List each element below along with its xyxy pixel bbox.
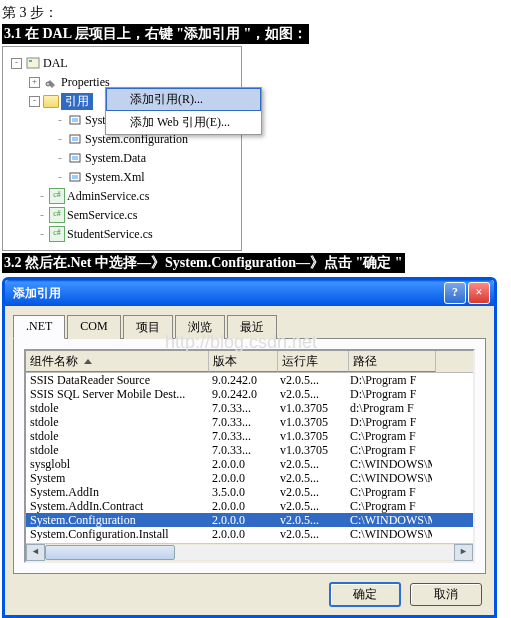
cs-file-icon: c# <box>49 188 65 204</box>
collapse-icon[interactable]: - <box>11 58 22 69</box>
tab-project[interactable]: 项目 <box>123 315 173 339</box>
cell-version: 2.0.0.0 <box>208 457 276 472</box>
svg-point-2 <box>46 82 50 86</box>
tree-ref-item[interactable]: -System.Xml <box>7 168 237 186</box>
cell-runtime: v1.0.3705 <box>276 415 346 430</box>
cell-version: 9.0.242.0 <box>208 387 276 402</box>
cell-path: D:\Program F <box>346 415 432 430</box>
dialog-titlebar[interactable]: 添加引用 ? × <box>5 280 494 306</box>
cell-version: 2.0.0.0 <box>208 527 276 542</box>
step-3-1: 3.1 在 DAL 层项目上，右键 "添加引用 "，如图： <box>2 24 511 44</box>
project-icon <box>25 55 41 71</box>
scroll-thumb[interactable] <box>45 545 175 560</box>
collapse-icon[interactable]: - <box>29 96 40 107</box>
dialog-buttons: 确定 取消 <box>13 574 486 607</box>
horizontal-scrollbar[interactable]: ◄ ► <box>26 543 473 561</box>
list-row[interactable]: System.AddIn.Contract 2.0.0.0 v2.0.5... … <box>26 499 473 513</box>
list-row[interactable]: System.Configuration 2.0.0.0 v2.0.5... C… <box>26 513 473 527</box>
menu-add-reference[interactable]: 添加引用(R)... <box>106 88 261 111</box>
col-path[interactable]: 路径 <box>349 351 436 372</box>
svg-rect-1 <box>29 60 32 62</box>
list-row[interactable]: System.Core 3.5.0.0 v2.0.5... C:\Program… <box>26 541 473 543</box>
cancel-button[interactable]: 取消 <box>410 583 482 606</box>
list-row[interactable]: SSIS DataReader Source 9.0.242.0 v2.0.5.… <box>26 373 473 387</box>
list-row[interactable]: System.Configuration.Install 2.0.0.0 v2.… <box>26 527 473 541</box>
tab-recent[interactable]: 最近 <box>227 315 277 339</box>
step-3-1-text: 3.1 在 DAL 层项目上，右键 "添加引用 "，如图： <box>2 24 309 44</box>
ok-button[interactable]: 确定 <box>329 582 401 607</box>
expand-icon[interactable]: + <box>29 77 40 88</box>
cell-name: System.Configuration <box>26 513 208 528</box>
svg-rect-10 <box>72 175 78 179</box>
cell-name: SSIS DataReader Source <box>26 373 208 388</box>
cell-path: C:\Program F <box>346 443 432 458</box>
cell-path: D:\Program F <box>346 387 432 402</box>
wrench-icon <box>43 74 59 90</box>
list-row[interactable]: System.AddIn 3.5.0.0 v2.0.5... C:\Progra… <box>26 485 473 499</box>
scroll-track[interactable] <box>45 545 454 560</box>
cell-name: System.AddIn <box>26 485 208 500</box>
close-button[interactable]: × <box>468 282 490 304</box>
cell-version: 2.0.0.0 <box>208 499 276 514</box>
cell-runtime: v2.0.5... <box>276 485 346 500</box>
help-button[interactable]: ? <box>444 282 466 304</box>
tree-ref-item[interactable]: -System.Data <box>7 149 237 167</box>
cell-runtime: v2.0.5... <box>276 499 346 514</box>
list-row[interactable]: System 2.0.0.0 v2.0.5... C:\WINDOWS\M <box>26 471 473 485</box>
cs-file-icon: c# <box>49 226 65 242</box>
context-menu: 添加引用(R)... 添加 Web 引用(E)... <box>105 87 262 135</box>
list-row[interactable]: stdole 7.0.33... v1.0.3705 d:\Program F <box>26 401 473 415</box>
cell-runtime: v2.0.5... <box>276 527 346 542</box>
menu-add-web-reference[interactable]: 添加 Web 引用(E)... <box>106 111 261 134</box>
tab-net[interactable]: .NET <box>13 315 65 339</box>
component-list: 组件名称 版本 运行库 路径 SSIS DataReader Source 9.… <box>24 349 475 563</box>
tree-label: Properties <box>61 75 110 90</box>
cell-runtime: v2.0.5... <box>276 471 346 486</box>
scroll-left-button[interactable]: ◄ <box>26 544 45 561</box>
tab-browse[interactable]: 浏览 <box>175 315 225 339</box>
sort-arrow-icon <box>84 359 92 364</box>
cell-runtime: v2.0.5... <box>276 457 346 472</box>
col-name[interactable]: 组件名称 <box>26 351 209 372</box>
cell-name: stdole <box>26 443 208 458</box>
reference-icon <box>67 150 83 166</box>
col-version[interactable]: 版本 <box>209 351 278 372</box>
col-runtime[interactable]: 运行库 <box>278 351 349 372</box>
cell-version: 3.5.0.0 <box>208 541 276 544</box>
cell-version: 7.0.33... <box>208 429 276 444</box>
cell-version: 9.0.242.0 <box>208 373 276 388</box>
tree-root[interactable]: - DAL <box>7 54 237 72</box>
scroll-right-button[interactable]: ► <box>454 544 473 561</box>
tree-file-item[interactable]: -c#SemService.cs <box>7 206 237 224</box>
list-row[interactable]: stdole 7.0.33... v1.0.3705 C:\Program F <box>26 429 473 443</box>
tree-label-selected: 引用 <box>61 93 93 110</box>
list-row[interactable]: sysglobl 2.0.0.0 v2.0.5... C:\WINDOWS\M <box>26 457 473 471</box>
tab-com[interactable]: COM <box>67 315 120 339</box>
cell-path: C:\Program F <box>346 499 432 514</box>
cell-name: System <box>26 471 208 486</box>
list-body[interactable]: SSIS DataReader Source 9.0.242.0 v2.0.5.… <box>26 373 473 543</box>
tree-file-item[interactable]: -c#AdminService.cs <box>7 187 237 205</box>
svg-rect-4 <box>72 118 78 122</box>
cell-runtime: v2.0.5... <box>276 387 346 402</box>
cell-name: stdole <box>26 415 208 430</box>
cell-version: 7.0.33... <box>208 415 276 430</box>
tree-label: StudentService.cs <box>67 227 153 242</box>
list-row[interactable]: SSIS SQL Server Mobile Dest... 9.0.242.0… <box>26 387 473 401</box>
list-header: 组件名称 版本 运行库 路径 <box>26 351 473 373</box>
list-row[interactable]: stdole 7.0.33... v1.0.3705 D:\Program F <box>26 415 473 429</box>
add-reference-dialog: 添加引用 ? × .NET COM 项目 浏览 最近 http://blog.c… <box>2 277 497 618</box>
cell-version: 2.0.0.0 <box>208 513 276 528</box>
cell-name: stdole <box>26 401 208 416</box>
cell-name: stdole <box>26 429 208 444</box>
solution-tree: - DAL + Properties - 引用 -System-System.c… <box>2 46 242 251</box>
list-row[interactable]: stdole 7.0.33... v1.0.3705 C:\Program F <box>26 443 473 457</box>
tree-file-item[interactable]: -c#StudentService.cs <box>7 225 237 243</box>
step-3-2-text: 3.2 然后在.Net 中选择—》System.Configuration—》点… <box>2 253 405 273</box>
cell-path: C:\WINDOWS\M <box>346 527 432 542</box>
cell-path: C:\WINDOWS\M <box>346 471 432 486</box>
cell-runtime: v1.0.3705 <box>276 401 346 416</box>
cell-version: 3.5.0.0 <box>208 485 276 500</box>
cs-file-icon: c# <box>49 207 65 223</box>
cell-path: d:\Program F <box>346 401 432 416</box>
